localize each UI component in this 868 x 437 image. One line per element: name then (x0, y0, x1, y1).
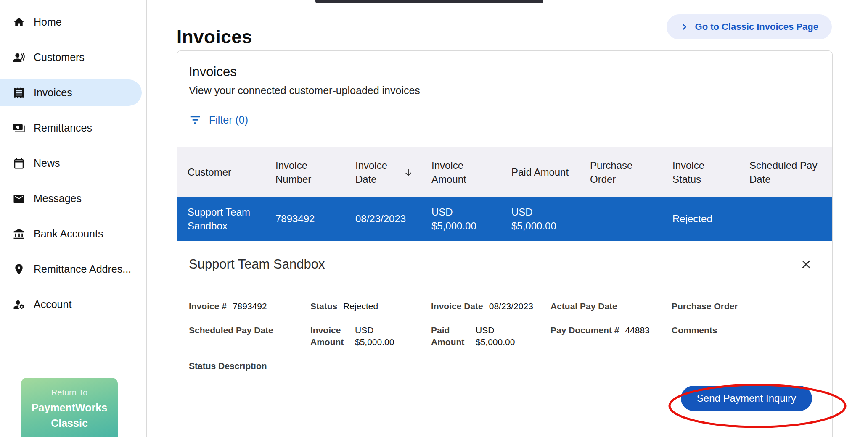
field-pay-document-number: Pay Document # 44883 (550, 324, 672, 336)
invoice-detail-panel: Support Team Sandbox Invoice # 7893492 S… (177, 241, 832, 411)
field-purchase-order: Purchase Order (672, 300, 820, 312)
classic-button-line3: Classic (21, 417, 118, 429)
invoices-page: Home Customers Invoices Remittances (0, 0, 868, 437)
field-status: Status Rejected (310, 300, 431, 312)
invoices-card: Invoices View your connected customer-up… (177, 50, 833, 437)
detail-header: Support Team Sandbox (189, 256, 820, 273)
field-paid-amount: Paid Amount USD $5,000.00 (431, 324, 550, 347)
cell-invoice-amount: USD $5,000.00 (421, 205, 501, 233)
column-header-purchase-order[interactable]: Purchase Order (580, 159, 662, 186)
cell-invoice-date: 08/23/2023 (345, 212, 421, 226)
sidebar-item-label: Home (34, 16, 62, 28)
close-detail-button[interactable] (798, 256, 815, 273)
sidebar-item-messages[interactable]: Messages (0, 185, 142, 212)
field-status-description: Status Description (189, 360, 310, 371)
detail-fields: Invoice # 7893492 Status Rejected Invoic… (189, 300, 820, 371)
field-invoice-amount: Invoice Amount USD $5,000.00 (310, 324, 431, 347)
field-invoice-date: Invoice Date 08/23/2023 (431, 300, 550, 312)
invoices-icon (13, 87, 25, 99)
sidebar-item-news[interactable]: News (0, 150, 142, 176)
table-row-selected[interactable]: Support Team Sandbox 7893492 08/23/2023 … (177, 197, 832, 241)
field-scheduled-pay-date: Scheduled Pay Date (189, 324, 310, 336)
bank-icon (13, 228, 25, 240)
filter-button[interactable]: Filter (0) (189, 113, 248, 126)
chevron-right-icon (680, 23, 688, 31)
detail-field-row: Status Description (189, 360, 820, 371)
table-header-row: Customer Invoice Number Invoice Date Inv… (177, 147, 832, 197)
go-to-classic-invoices-button[interactable]: Go to Classic Invoices Page (667, 14, 832, 39)
cell-invoice-number: 7893492 (265, 212, 345, 226)
card-subtitle: View your connected customer-uploaded in… (189, 84, 820, 97)
sidebar-item-label: Remittances (34, 122, 92, 134)
sidebar-item-remittances[interactable]: Remittances (0, 115, 142, 141)
sidebar-item-label: Customers (34, 51, 85, 63)
sidebar-item-label: Invoices (34, 87, 72, 99)
go-to-classic-invoices-label: Go to Classic Invoices Page (695, 21, 818, 32)
sidebar-item-invoices[interactable]: Invoices (0, 79, 142, 106)
card-header: Invoices View your connected customer-up… (177, 51, 832, 97)
cell-paid-amount: USD $5,000.00 (501, 205, 580, 233)
column-header-invoice-status[interactable]: Invoice Status (662, 159, 739, 186)
return-to-classic-button[interactable]: Return To PaymentWorks Classic (21, 378, 118, 437)
location-pin-icon (13, 263, 25, 276)
column-header-invoice-date[interactable]: Invoice Date (345, 159, 421, 186)
detail-actions: Send Payment Inquiry (189, 386, 820, 411)
column-header-scheduled-pay-date[interactable]: Scheduled Pay Date (739, 159, 832, 186)
sidebar-item-label: Messages (34, 192, 82, 205)
column-header-invoice-number[interactable]: Invoice Number (265, 159, 345, 186)
sidebar-item-label: Remittance Addres... (34, 263, 131, 275)
sidebar-item-account[interactable]: Account (0, 291, 142, 318)
filter-icon (189, 113, 201, 126)
sidebar-item-label: Bank Accounts (34, 228, 103, 240)
cell-invoice-status: Rejected (662, 212, 739, 226)
invoices-table: Customer Invoice Number Invoice Date Inv… (177, 147, 832, 241)
page-title: Invoices (177, 26, 252, 47)
field-invoice-number: Invoice # 7893492 (189, 300, 310, 312)
field-comments: Comments (672, 324, 820, 336)
remittances-icon (13, 122, 25, 134)
column-header-customer[interactable]: Customer (177, 166, 265, 179)
top-bar-artifact (315, 0, 543, 3)
card-title: Invoices (189, 64, 820, 79)
sidebar-item-bank-accounts[interactable]: Bank Accounts (0, 221, 142, 247)
customers-icon (13, 51, 25, 64)
sidebar-nav: Home Customers Invoices Remittances (0, 0, 146, 318)
arrow-down-icon (403, 168, 413, 178)
account-gear-icon (13, 298, 25, 311)
sidebar-item-label: Account (34, 298, 71, 311)
column-header-invoice-amount[interactable]: Invoice Amount (421, 159, 501, 186)
sidebar-item-label: News (34, 157, 60, 169)
detail-field-row: Scheduled Pay Date Invoice Amount USD $5… (189, 324, 820, 347)
classic-button-line2: PaymentWorks (21, 402, 118, 414)
sidebar-item-home[interactable]: Home (0, 9, 142, 35)
cell-customer: Support Team Sandbox (177, 205, 265, 233)
sidebar-item-customers[interactable]: Customers (0, 44, 142, 71)
sidebar-item-remittance-addresses[interactable]: Remittance Addres... (0, 256, 142, 282)
column-header-paid-amount[interactable]: Paid Amount (501, 166, 580, 179)
send-payment-inquiry-button[interactable]: Send Payment Inquiry (681, 386, 812, 411)
detail-title: Support Team Sandbox (189, 257, 325, 272)
filter-label: Filter (0) (209, 114, 248, 126)
news-icon (13, 157, 25, 170)
classic-button-line1: Return To (21, 388, 118, 398)
messages-icon (13, 192, 25, 205)
close-icon (799, 258, 813, 271)
sidebar: Home Customers Invoices Remittances (0, 0, 147, 437)
home-icon (13, 16, 25, 29)
field-actual-pay-date: Actual Pay Date (550, 300, 672, 312)
detail-field-row: Invoice # 7893492 Status Rejected Invoic… (189, 300, 820, 312)
